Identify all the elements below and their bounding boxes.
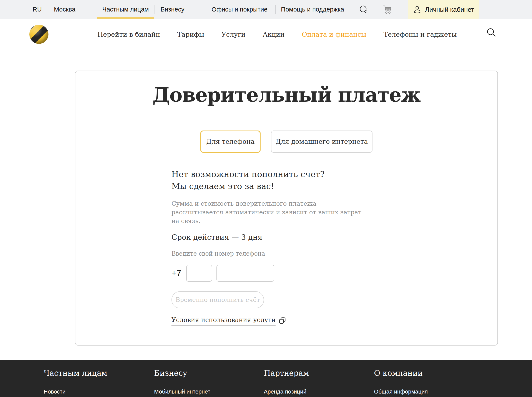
cart-button[interactable] — [382, 0, 393, 19]
submit-button[interactable]: Временно пополнить счёт — [171, 291, 264, 308]
footer-link-news[interactable]: Новости — [44, 388, 66, 397]
footer: Частным лицам Новости Бизнесу Мобильный … — [0, 360, 532, 397]
footer-link-mobile-internet[interactable]: Мобильный интернет — [154, 388, 210, 397]
phone-number-input[interactable] — [216, 265, 274, 282]
nav-item-payment-finance[interactable]: Оплата и финансы — [302, 31, 366, 38]
nav-items: Перейти в билайн Тарифы Услуги Акции Опл… — [97, 31, 457, 38]
chat-bubble-icon — [358, 4, 369, 15]
person-icon — [413, 5, 422, 14]
footer-link-general-info[interactable]: Общая информация — [374, 388, 428, 397]
terms-link[interactable]: Условия использования услуги — [171, 316, 276, 326]
nav-item-promotions[interactable]: Акции — [263, 31, 285, 38]
tab-for-home-internet[interactable]: Для домашнего интернета — [271, 130, 373, 153]
phone-input-label: Введите свой номер телефона — [171, 250, 411, 257]
offices-link[interactable]: Офисы и покрытие — [211, 0, 267, 19]
payment-type-tabs: Для телефона Для домашнего интернета — [76, 130, 497, 153]
copy-icon[interactable] — [279, 317, 286, 324]
nav-item-services[interactable]: Услуги — [222, 31, 246, 38]
trust-payment-card: Доверительный платеж Для телефона Для до… — [75, 71, 498, 346]
phone-prefix: +7 — [171, 268, 182, 278]
chat-button[interactable] — [358, 0, 369, 19]
help-label: Помощь и поддержка — [281, 6, 344, 13]
tab-for-phone[interactable]: Для телефона — [200, 130, 260, 153]
lead-text: Нет возможности пополнить счет? Мы сдела… — [171, 168, 411, 192]
footer-column-personal: Частным лицам Новости — [44, 360, 154, 397]
language-label: RU — [33, 6, 42, 13]
cart-icon — [382, 4, 393, 15]
footer-column-title: О компании — [374, 369, 428, 378]
active-tab-indicator — [97, 17, 154, 19]
lead-line-1: Нет возможности пополнить счет? — [171, 168, 411, 180]
service-description: Сумма и стоимость доверительного платежа… — [171, 199, 367, 225]
offices-label: Офисы и покрытие — [211, 6, 267, 13]
audience-personal-label: Частным лицам — [102, 6, 149, 13]
footer-column-title: Бизнесу — [154, 369, 264, 378]
audience-business-label: Бизнесу — [161, 6, 184, 13]
help-link[interactable]: Помощь и поддержка — [281, 0, 344, 19]
main-navigation: Перейти в билайн Тарифы Услуги Акции Опл… — [0, 19, 532, 50]
nav-item-tariffs[interactable]: Тарифы — [177, 31, 204, 38]
account-label: Личный кабинет — [425, 6, 474, 13]
search-button[interactable] — [486, 27, 497, 38]
divider — [275, 5, 276, 14]
city-selector[interactable]: Москва — [54, 0, 76, 19]
top-utility-bar: RU Москва Частным лицам Бизнесу Офисы и … — [0, 0, 532, 19]
nav-item-go-to-beeline[interactable]: Перейти в билайн — [97, 31, 160, 38]
search-icon — [486, 27, 497, 38]
footer-column-partners: Партнерам Аренда позиций — [264, 360, 374, 397]
audience-tab-personal[interactable]: Частным лицам — [102, 0, 149, 19]
nav-item-phones-gadgets[interactable]: Телефоны и гаджеты — [384, 31, 457, 38]
footer-column-business: Бизнесу Мобильный интернет — [154, 360, 264, 397]
form-content: Нет возможности пополнить счет? Мы сдела… — [171, 168, 411, 326]
language-selector[interactable]: RU — [33, 0, 42, 19]
footer-column-title: Частным лицам — [44, 369, 154, 378]
footer-link-position-rent[interactable]: Аренда позиций — [264, 388, 306, 397]
page-title: Доверительный платеж — [76, 84, 497, 106]
phone-code-input[interactable] — [186, 265, 212, 282]
divider — [154, 5, 155, 14]
city-label: Москва — [54, 6, 76, 13]
account-button[interactable]: Личный кабинет — [408, 0, 479, 19]
footer-column-title: Партнерам — [264, 369, 374, 378]
footer-column-company: О компании Общая информация — [374, 360, 428, 397]
beeline-logo[interactable] — [29, 25, 49, 44]
audience-tab-business[interactable]: Бизнесу — [161, 0, 184, 19]
duration-text: Срок действия — 3 дня — [171, 233, 411, 242]
terms-row: Условия использования услуги — [171, 316, 411, 326]
lead-line-2: Мы сделаем это за вас! — [171, 180, 411, 192]
phone-input-row: +7 — [171, 265, 411, 282]
